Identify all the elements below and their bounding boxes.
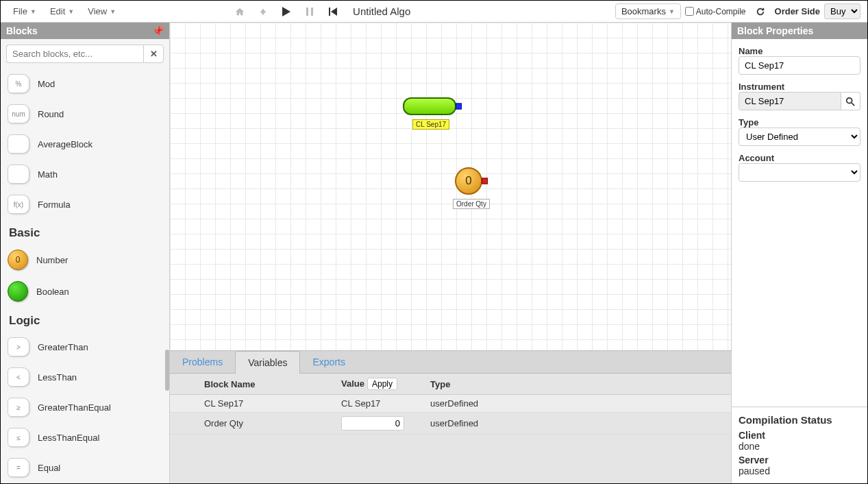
svg-rect-2: [329, 8, 330, 16]
menu-view[interactable]: View▼: [82, 3, 121, 19]
block-item-gte[interactable]: ≥GreaterThanEqual: [1, 392, 169, 422]
boolean-icon: [8, 281, 28, 302]
eq-icon: =: [8, 458, 29, 477]
design-canvas[interactable]: CL Sep17 0 Order Qty: [170, 23, 731, 350]
block-item-number[interactable]: 0Number: [1, 244, 169, 276]
block-item-boolean[interactable]: Boolean: [1, 276, 169, 307]
tab-variables[interactable]: Variables: [235, 351, 300, 374]
refresh-icon[interactable]: [754, 5, 767, 19]
menubar: File▼ Edit▼ View▼ Untitled Algo Bookmark…: [1, 1, 867, 23]
menu-file[interactable]: File▼: [8, 3, 42, 19]
bookmarks-button[interactable]: Bookmarks▼: [615, 3, 681, 19]
instrument-label: Instrument: [739, 82, 784, 92]
pin-icon[interactable]: 📌: [152, 25, 164, 36]
scrollbar-thumb[interactable]: [165, 350, 169, 391]
tab-exports[interactable]: Exports: [300, 351, 357, 373]
col-value: ValueApply: [334, 374, 423, 395]
apply-button[interactable]: Apply: [367, 378, 397, 390]
table-row[interactable]: Order Qty userDefined: [170, 413, 731, 435]
caret-icon: ▼: [669, 8, 675, 15]
instrument-input[interactable]: [739, 92, 841, 110]
menu-edit[interactable]: Edit▼: [45, 3, 79, 19]
block-item-round[interactable]: numRound: [1, 99, 169, 129]
pause-icon[interactable]: [303, 5, 317, 19]
output-port[interactable]: [482, 178, 488, 184]
gt-icon: >: [8, 337, 29, 356]
bottom-tabs: Problems Variables Exports: [170, 351, 731, 374]
svg-point-3: [847, 97, 852, 103]
center-column: CL Sep17 0 Order Qty Problems Variables …: [170, 23, 731, 483]
bottom-panel: Problems Variables Exports Block Name Va…: [170, 350, 731, 483]
number-icon: 0: [8, 250, 28, 270]
block-item-lte[interactable]: ≤LessThanEqual: [1, 422, 169, 452]
svg-rect-0: [306, 8, 308, 16]
round-icon: num: [8, 104, 29, 123]
compilation-status: Compilation Status Client done Server pa…: [732, 407, 867, 483]
mod-icon: %: [8, 74, 29, 93]
block-item-math[interactable]: Math: [1, 159, 169, 189]
lt-icon: <: [8, 367, 29, 387]
variables-table: Block Name ValueApply Type CL Sep17 CL S…: [170, 374, 731, 435]
type-select[interactable]: User Defined: [739, 128, 860, 146]
tab-problems[interactable]: Problems: [170, 351, 235, 373]
instrument-block-label: CL Sep17: [412, 119, 449, 130]
order-qty-block-label: Order Qty: [453, 199, 490, 209]
type-label: Type: [739, 117, 758, 128]
block-list[interactable]: %Mod numRound AverageBlock Math f(x)Form…: [1, 69, 169, 483]
clear-search-button[interactable]: ✕: [143, 45, 164, 63]
math-icon: [8, 165, 29, 184]
col-type: Type: [423, 374, 731, 395]
play-icon[interactable]: [280, 5, 293, 19]
algo-title: Untitled Algo: [353, 5, 410, 17]
canvas-order-qty-block[interactable]: 0 Order Qty: [455, 167, 490, 209]
properties-header: Block Properties: [732, 23, 867, 39]
up-arrow-icon[interactable]: [256, 5, 270, 19]
home-icon[interactable]: [233, 5, 247, 19]
block-item-mod[interactable]: %Mod: [1, 69, 169, 99]
blocks-search-input[interactable]: [6, 45, 143, 63]
svg-rect-1: [311, 8, 313, 16]
order-side-label: Order Side: [775, 6, 820, 16]
account-label: Account: [739, 153, 774, 163]
caret-icon: ▼: [30, 8, 36, 15]
blocks-panel: Blocks 📌 ✕ %Mod numRound AverageBlock Ma…: [1, 23, 170, 483]
block-item-gt[interactable]: >GreaterThan: [1, 332, 169, 362]
lte-icon: ≤: [8, 428, 29, 447]
properties-panel: Block Properties Name Instrument: [731, 23, 867, 483]
name-label: Name: [739, 46, 762, 56]
average-icon: [8, 134, 29, 154]
table-row[interactable]: CL Sep17 CL Sep17 userDefined: [170, 395, 731, 413]
caret-icon: ▼: [110, 8, 116, 15]
block-item-eq[interactable]: =Equal: [1, 452, 169, 483]
search-icon: [845, 97, 855, 106]
gte-icon: ≥: [8, 398, 29, 417]
canvas-instrument-block[interactable]: CL Sep17: [403, 97, 456, 130]
order-qty-value-input[interactable]: [341, 416, 404, 431]
caret-icon: ▼: [68, 8, 74, 15]
order-side-select[interactable]: Buy: [824, 3, 860, 19]
block-item-lt[interactable]: <LessThan: [1, 362, 169, 392]
auto-compile-toggle[interactable]: Auto-Compile: [685, 7, 746, 16]
name-input[interactable]: [739, 56, 860, 75]
category-logic: Logic: [1, 307, 169, 332]
skip-back-icon[interactable]: [326, 5, 340, 19]
col-block-name: Block Name: [197, 374, 334, 395]
instrument-search-button[interactable]: [841, 92, 860, 110]
block-item-average[interactable]: AverageBlock: [1, 129, 169, 159]
category-basic: Basic: [1, 219, 169, 244]
svg-line-4: [852, 102, 854, 105]
blocks-panel-header: Blocks 📌: [1, 23, 169, 39]
formula-icon: f(x): [8, 195, 29, 214]
output-port[interactable]: [456, 104, 462, 110]
block-item-formula[interactable]: f(x)Formula: [1, 189, 169, 219]
account-select[interactable]: [739, 163, 860, 182]
auto-compile-checkbox[interactable]: [685, 7, 694, 16]
